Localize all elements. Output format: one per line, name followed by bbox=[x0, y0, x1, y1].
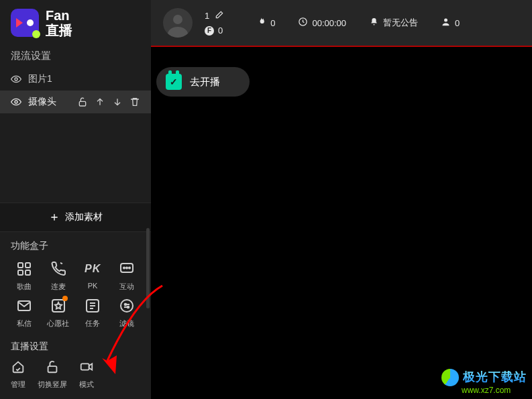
avatar[interactable] bbox=[163, 8, 193, 38]
svg-rect-3 bbox=[18, 263, 23, 268]
source-actions bbox=[77, 97, 140, 107]
source-item-camera[interactable]: 摄像头 bbox=[0, 91, 151, 113]
func-label: 心愿社 bbox=[47, 319, 69, 329]
annotation-arrow bbox=[95, 280, 169, 384]
arrow-down-icon[interactable] bbox=[112, 97, 123, 107]
home-icon bbox=[11, 359, 25, 376]
svg-rect-4 bbox=[25, 263, 30, 268]
fire-icon bbox=[256, 17, 266, 29]
function-box-title: 功能盒子 bbox=[0, 232, 151, 258]
watermark-logo-icon bbox=[441, 369, 459, 386]
svg-rect-6 bbox=[25, 270, 30, 275]
watermark-url: www.xz7.com bbox=[441, 386, 527, 395]
ss-manage[interactable]: 管理 bbox=[11, 359, 25, 390]
camera-icon bbox=[79, 359, 94, 376]
arrow-up-icon[interactable] bbox=[95, 97, 105, 107]
logo-en: Fan bbox=[46, 8, 72, 23]
person-icon bbox=[441, 17, 451, 29]
svg-point-10 bbox=[129, 268, 130, 269]
source-spacer bbox=[0, 113, 151, 203]
svg-rect-5 bbox=[18, 270, 23, 275]
eye-icon bbox=[11, 97, 21, 107]
func-label: 私信 bbox=[17, 319, 32, 329]
trash-icon[interactable] bbox=[129, 97, 140, 107]
ss-mode[interactable]: 模式 bbox=[79, 359, 94, 390]
unlock-icon[interactable] bbox=[77, 97, 88, 107]
header-stats: 0 00:00:00 暂无公告 0 bbox=[256, 17, 460, 29]
watermark: 极光下载站 www.xz7.com bbox=[441, 369, 527, 395]
stat-announce[interactable]: 暂无公告 bbox=[369, 17, 418, 29]
stat-timer: 00:00:00 bbox=[298, 17, 346, 29]
fire-value: 0 bbox=[270, 18, 275, 28]
mix-settings-title: 混流设置 bbox=[0, 43, 151, 68]
plus-icon bbox=[49, 212, 60, 223]
chat-icon bbox=[119, 260, 135, 278]
svg-rect-18 bbox=[81, 363, 89, 369]
svg-point-1 bbox=[15, 101, 17, 103]
logo-text: Fan 直播 bbox=[46, 8, 72, 38]
func-wish[interactable]: 心愿社 bbox=[41, 297, 75, 329]
go-live-button[interactable]: ✓ 去开播 bbox=[156, 67, 250, 97]
stat-viewers: 0 bbox=[441, 17, 460, 29]
user-number: 1 bbox=[205, 11, 209, 21]
main-area: 1 F 0 0 00:00:00 暂无 bbox=[151, 0, 532, 399]
preview-canvas[interactable]: ✓ 去开播 bbox=[151, 47, 532, 399]
edit-icon[interactable] bbox=[215, 10, 224, 21]
svg-point-20 bbox=[444, 19, 447, 22]
svg-rect-2 bbox=[79, 101, 85, 106]
app-root: Fan 直播 混流设置 图片1 摄像头 bbox=[0, 0, 532, 399]
source-label: 图片1 bbox=[28, 73, 140, 85]
grid-icon bbox=[16, 260, 32, 278]
phone-icon bbox=[50, 260, 66, 278]
viewers-value: 0 bbox=[455, 18, 460, 28]
add-material-label: 添加素材 bbox=[65, 211, 103, 223]
svg-point-9 bbox=[126, 268, 127, 269]
func-label: 歌曲 bbox=[17, 282, 32, 292]
svg-point-8 bbox=[123, 268, 125, 269]
ss-label: 模式 bbox=[79, 380, 94, 390]
source-list: 图片1 摄像头 bbox=[0, 68, 151, 113]
go-live-label: 去开播 bbox=[190, 76, 220, 89]
func-lianmai[interactable]: 连麦 bbox=[41, 260, 75, 292]
func-sixin[interactable]: 私信 bbox=[7, 297, 41, 329]
notification-dot bbox=[62, 296, 68, 301]
svg-point-0 bbox=[15, 78, 17, 80]
source-item-image[interactable]: 图片1 bbox=[0, 68, 151, 91]
ss-label: 管理 bbox=[11, 380, 25, 390]
header-user: 1 F 0 bbox=[205, 10, 224, 36]
lock-open-icon bbox=[45, 359, 60, 376]
add-material-button[interactable]: 添加素材 bbox=[0, 203, 151, 232]
func-songs[interactable]: 歌曲 bbox=[7, 260, 41, 292]
source-label: 摄像头 bbox=[28, 96, 70, 108]
svg-rect-17 bbox=[48, 366, 57, 372]
announce-text: 暂无公告 bbox=[383, 17, 418, 29]
eye-icon bbox=[11, 74, 21, 84]
stat-fire: 0 bbox=[256, 17, 275, 29]
coins-value: 0 bbox=[218, 25, 223, 36]
app-logo: Fan 直播 bbox=[0, 0, 151, 43]
pk-text-icon: PK bbox=[85, 260, 101, 278]
logo-cn: 直播 bbox=[46, 23, 72, 38]
func-label: 连麦 bbox=[51, 282, 66, 292]
mail-icon bbox=[16, 297, 32, 315]
timer-value: 00:00:00 bbox=[312, 18, 346, 28]
logo-icon bbox=[11, 9, 39, 37]
header-bar: 1 F 0 0 00:00:00 暂无 bbox=[151, 0, 532, 46]
ss-portrait[interactable]: 切换竖屏 bbox=[38, 359, 67, 390]
bell-icon bbox=[369, 17, 379, 29]
clipboard-check-icon: ✓ bbox=[166, 74, 182, 90]
ss-label: 切换竖屏 bbox=[38, 380, 67, 390]
watermark-cn: 极光下载站 bbox=[463, 371, 527, 384]
clock-icon bbox=[298, 17, 308, 29]
coin-icon: F bbox=[205, 26, 214, 36]
